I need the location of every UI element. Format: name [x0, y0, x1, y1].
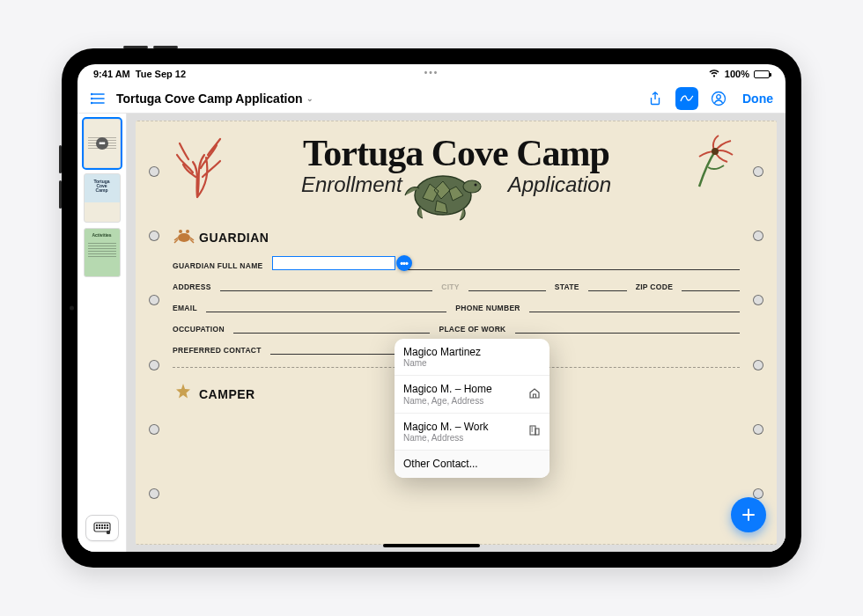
label-email: EMAIL — [173, 304, 197, 312]
front-camera — [70, 306, 74, 311]
field-occupation[interactable] — [233, 323, 431, 334]
svg-point-22 — [463, 180, 481, 193]
page-thumbnail-rail: ••• TortugaCoveCamp Activities — [77, 114, 127, 552]
sidebar-toggle-icon[interactable] — [86, 87, 109, 110]
svg-point-10 — [99, 524, 100, 525]
autofill-option-2[interactable]: Magico M. – Home Name, Age, Address — [395, 376, 550, 413]
svg-point-20 — [712, 148, 719, 155]
flower-illustration — [682, 134, 738, 199]
coral-illustration — [171, 128, 232, 202]
home-icon — [528, 387, 541, 402]
label-phone: PHONE NUMBER — [455, 304, 520, 312]
thumbnail-page-3[interactable]: Activities — [84, 228, 121, 277]
wifi-icon — [708, 69, 720, 79]
field-state[interactable] — [588, 281, 627, 291]
punch-holes-left — [141, 121, 167, 544]
document-page: Tortuga Cove Camp Enrollment Application… — [136, 121, 777, 545]
field-full-name-rest[interactable] — [404, 260, 740, 270]
svg-point-11 — [101, 524, 102, 525]
svg-point-3 — [92, 93, 92, 94]
markup-button[interactable] — [675, 87, 698, 110]
thumbnail-page-2[interactable]: TortugaCoveCamp — [84, 173, 121, 223]
svg-point-19 — [107, 531, 109, 533]
field-workplace[interactable] — [515, 323, 740, 334]
label-address: ADDRESS — [173, 282, 211, 291]
svg-rect-28 — [535, 429, 539, 435]
field-zip[interactable] — [682, 281, 740, 291]
svg-point-7 — [717, 94, 721, 99]
svg-point-24 — [178, 233, 190, 242]
volume-down-button — [59, 180, 62, 209]
autofill-option-1[interactable]: Magico Martinez Name — [395, 339, 550, 376]
crab-icon — [173, 227, 195, 247]
label-workplace: PLACE OF WORK — [439, 325, 505, 334]
svg-point-17 — [104, 527, 105, 528]
battery-percent: 100% — [725, 69, 749, 79]
svg-point-26 — [186, 230, 189, 233]
autofill-button[interactable] — [707, 87, 730, 110]
field-options-icon[interactable]: ••• — [396, 255, 412, 271]
field-guardian-full-name[interactable]: ••• — [272, 256, 395, 270]
document-title: Tortuga Cove Camp Application — [116, 92, 303, 106]
svg-point-25 — [179, 230, 182, 233]
svg-point-18 — [107, 527, 107, 528]
autofill-other-contact[interactable]: Other Contact... — [395, 451, 550, 477]
status-bar: 9:41 AM Tue Sep 12 ••• 100% — [77, 64, 786, 84]
top-button-1 — [123, 46, 148, 48]
turtle-illustration — [395, 162, 491, 227]
document-canvas[interactable]: Tortuga Cove Camp Enrollment Application… — [127, 114, 786, 552]
svg-point-9 — [96, 524, 97, 525]
field-email[interactable] — [206, 302, 446, 312]
share-button[interactable] — [644, 87, 667, 110]
add-button[interactable] — [731, 497, 766, 532]
done-button[interactable]: Done — [739, 92, 777, 106]
multitask-dots-icon[interactable]: ••• — [424, 68, 439, 77]
ipad-device-frame: 9:41 AM Tue Sep 12 ••• 100% Tortuga Cove… — [62, 48, 801, 568]
battery-icon — [754, 70, 770, 78]
svg-point-15 — [99, 527, 100, 528]
doc-subtitle-left: Enrollment — [301, 172, 402, 197]
doc-subtitle-right: Application — [508, 172, 611, 197]
autofill-option-3[interactable]: Magico M. – Work Name, Address — [395, 414, 550, 451]
svg-point-13 — [107, 524, 107, 525]
keyboard-toggle-button[interactable] — [85, 515, 119, 541]
label-city: CITY — [441, 282, 460, 291]
svg-point-14 — [96, 527, 97, 528]
home-indicator[interactable] — [383, 544, 480, 547]
punch-holes-right — [745, 121, 771, 544]
label-preferred-contact: PREFERRED CONTACT — [173, 346, 262, 355]
field-address[interactable] — [220, 281, 433, 291]
document-title-dropdown[interactable]: Tortuga Cove Camp Application ⌄ — [116, 92, 313, 106]
app-toolbar: Tortuga Cove Camp Application ⌄ Done — [77, 84, 786, 114]
guardian-section-heading: GUARDIAN — [173, 227, 740, 247]
thumbnail-page-1[interactable]: ••• — [84, 119, 121, 168]
field-phone[interactable] — [529, 302, 740, 312]
label-zip: ZIP CODE — [636, 282, 673, 291]
label-state: STATE — [555, 282, 579, 291]
label-full-name: GUARDIAN FULL NAME — [173, 261, 263, 270]
autofill-popover: Magico Martinez Name Magico M. – Home Na… — [395, 339, 550, 478]
svg-point-23 — [475, 184, 477, 187]
field-city[interactable] — [468, 281, 546, 291]
status-time: 9:41 AM — [93, 69, 130, 79]
top-button-2 — [153, 46, 178, 48]
starfish-icon — [173, 382, 194, 406]
svg-point-4 — [92, 98, 92, 99]
volume-up-button — [59, 145, 62, 173]
svg-point-16 — [101, 527, 102, 528]
building-icon — [528, 424, 541, 439]
chevron-down-icon: ⌄ — [306, 94, 313, 103]
label-occupation: OCCUPATION — [173, 325, 225, 334]
thumbnail-menu-icon[interactable]: ••• — [96, 137, 108, 150]
status-date: Tue Sep 12 — [136, 69, 186, 79]
svg-point-5 — [92, 102, 92, 103]
svg-point-12 — [104, 524, 105, 525]
